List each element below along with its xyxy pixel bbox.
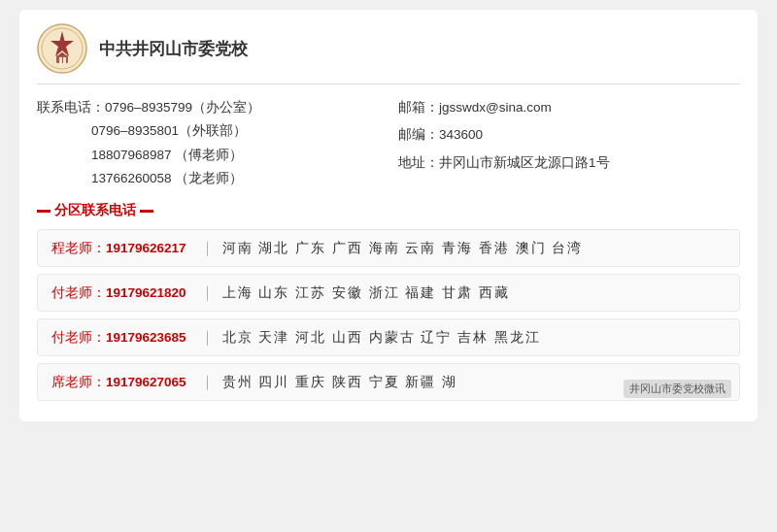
postcode-label: 邮编： — [398, 127, 439, 142]
phone-row-3: 18807968987 （傅老师） — [37, 144, 379, 167]
org-name: 中共井冈山市委党校 — [99, 38, 248, 60]
section-title-text: 分区联系电话 — [54, 202, 136, 219]
divider-0: ｜ — [200, 239, 215, 257]
watermark-prefix: 井冈山市委党校微讯 — [629, 382, 726, 394]
contact-name-2: 付老师： — [51, 329, 106, 347]
phone-value-4: 13766260058 （龙老师） — [91, 171, 243, 185]
address-label: 地址： — [398, 155, 439, 170]
regions-3: 贵州 四川 重庆 陕西 宁夏 新疆 湖 — [222, 374, 458, 391]
contact-phone-3: 19179627065 — [106, 375, 186, 389]
info-grid: 联系电话：0796–8935799（办公室） 0796–8935801（外联部）… — [37, 96, 740, 190]
contact-card-2: 付老师： 19179623685 ｜ 北京 天津 河北 山西 内蒙古 辽宁 吉林… — [37, 318, 740, 356]
email-row: 邮箱：jgsswdx@sina.com — [398, 96, 740, 119]
header: 中共井冈山市委党校 — [37, 23, 740, 84]
info-left: 联系电话：0796–8935799（办公室） 0796–8935801（外联部）… — [37, 96, 379, 190]
main-container: 中共井冈山市委党校 联系电话：0796–8935799（办公室） 0796–89… — [19, 10, 758, 421]
contact-card-1: 付老师： 19179621820 ｜ 上海 山东 江苏 安徽 浙江 福建 甘肃 … — [37, 274, 740, 312]
phone-row-4: 13766260058 （龙老师） — [37, 167, 379, 190]
divider-1: ｜ — [200, 283, 215, 302]
contact-name-0: 程老师： — [51, 240, 106, 257]
email-value: jgsswdx@sina.com — [439, 100, 552, 115]
email-label: 邮箱： — [398, 100, 439, 115]
contact-card-3: 席老师： 19179627065 ｜ 贵州 四川 重庆 陕西 宁夏 新疆 湖 井… — [37, 363, 740, 401]
contact-phone-1: 19179621820 — [106, 285, 186, 300]
contact-phone-2: 19179623685 — [106, 330, 186, 345]
phone-row-1: 联系电话：0796–8935799（办公室） — [37, 96, 379, 119]
svg-rect-5 — [63, 57, 66, 63]
info-right: 邮箱：jgsswdx@sina.com 邮编：343600 地址：井冈山市新城区… — [398, 96, 740, 190]
watermark: 井冈山市委党校微讯 — [624, 380, 731, 398]
phone-value-3: 18807968987 （傅老师） — [91, 148, 243, 162]
postcode-row: 邮编：343600 — [398, 123, 740, 147]
section-title: 分区联系电话 — [37, 202, 740, 219]
contact-phone-0: 19179626217 — [106, 241, 186, 255]
postcode-value: 343600 — [439, 127, 483, 142]
contact-name-3: 席老师： — [51, 374, 106, 391]
divider-3: ｜ — [200, 373, 215, 391]
phone-value-1: 0796–8935799（办公室） — [105, 100, 260, 115]
svg-rect-4 — [59, 57, 62, 63]
regions-0: 河南 湖北 广东 广西 海南 云南 青海 香港 澳门 台湾 — [222, 240, 584, 257]
contact-name-1: 付老师： — [51, 284, 106, 302]
address-row: 地址：井冈山市新城区龙源口路1号 — [398, 151, 740, 175]
contact-card-0: 程老师： 19179626217 ｜ 河南 湖北 广东 广西 海南 云南 青海 … — [37, 229, 740, 267]
phone-row-2: 0796–8935801（外联部） — [37, 119, 379, 143]
divider-2: ｜ — [200, 328, 215, 347]
org-logo — [37, 23, 87, 74]
regions-1: 上海 山东 江苏 安徽 浙江 福建 甘肃 西藏 — [222, 284, 510, 302]
regions-2: 北京 天津 河北 山西 内蒙古 辽宁 吉林 黑龙江 — [222, 329, 541, 347]
phone-label-1: 联系电话： — [37, 100, 105, 115]
contact-cards: 程老师： 19179626217 ｜ 河南 湖北 广东 广西 海南 云南 青海 … — [37, 229, 740, 401]
title-bar-right — [140, 210, 153, 213]
address-value: 井冈山市新城区龙源口路1号 — [439, 155, 610, 170]
title-bar-left — [37, 210, 51, 213]
phone-value-2: 0796–8935801（外联部） — [91, 123, 247, 138]
